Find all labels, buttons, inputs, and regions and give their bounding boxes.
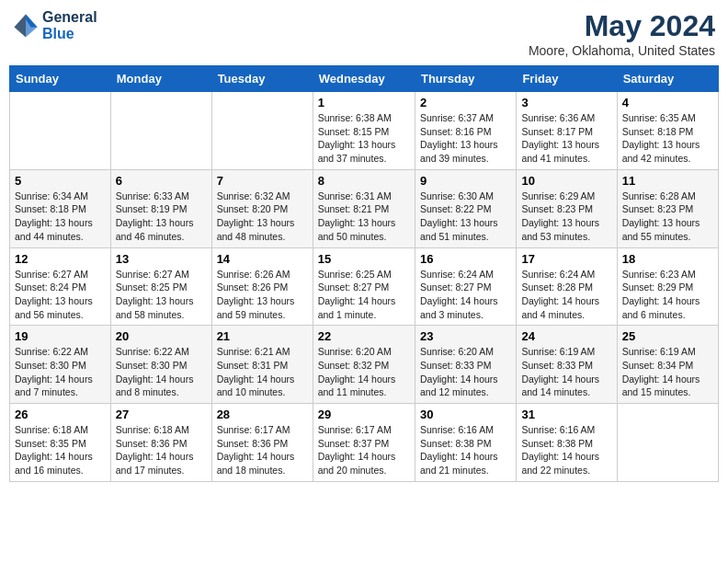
day-info: Sunrise: 6:27 AM Sunset: 8:24 PM Dayligh… xyxy=(15,268,106,322)
week-row-3: 12Sunrise: 6:27 AM Sunset: 8:24 PM Dayli… xyxy=(10,247,719,326)
day-info: Sunrise: 6:37 AM Sunset: 8:16 PM Dayligh… xyxy=(420,111,511,166)
day-info: Sunrise: 6:23 AM Sunset: 8:29 PM Dayligh… xyxy=(622,268,713,322)
day-cell: 5Sunrise: 6:34 AM Sunset: 8:18 PM Daylig… xyxy=(10,169,111,247)
day-number: 27 xyxy=(116,408,207,421)
day-cell: 26Sunrise: 6:18 AM Sunset: 8:35 PM Dayli… xyxy=(10,404,111,482)
weekday-header-wednesday: Wednesday xyxy=(313,66,415,92)
week-row-2: 5Sunrise: 6:34 AM Sunset: 8:18 PM Daylig… xyxy=(10,169,719,247)
logo-text-blue: Blue xyxy=(42,26,97,42)
day-number: 21 xyxy=(217,329,308,343)
day-number: 7 xyxy=(217,174,308,188)
day-info: Sunrise: 6:19 AM Sunset: 8:34 PM Dayligh… xyxy=(622,345,713,399)
day-number: 18 xyxy=(622,252,713,266)
week-row-5: 26Sunrise: 6:18 AM Sunset: 8:35 PM Dayli… xyxy=(10,404,719,482)
day-info: Sunrise: 6:34 AM Sunset: 8:18 PM Dayligh… xyxy=(15,190,106,244)
day-info: Sunrise: 6:31 AM Sunset: 8:21 PM Dayligh… xyxy=(318,190,410,244)
day-number: 30 xyxy=(420,408,511,421)
day-cell: 3Sunrise: 6:36 AM Sunset: 8:17 PM Daylig… xyxy=(517,92,617,170)
weekday-header-tuesday: Tuesday xyxy=(211,66,313,92)
day-info: Sunrise: 6:38 AM Sunset: 8:15 PM Dayligh… xyxy=(318,111,410,166)
day-cell: 16Sunrise: 6:24 AM Sunset: 8:27 PM Dayli… xyxy=(415,247,516,326)
day-number: 14 xyxy=(217,252,308,266)
day-cell: 6Sunrise: 6:33 AM Sunset: 8:19 PM Daylig… xyxy=(110,169,211,247)
day-info: Sunrise: 6:36 AM Sunset: 8:17 PM Dayligh… xyxy=(521,111,611,166)
day-number: 24 xyxy=(521,329,611,343)
calendar-table: SundayMondayTuesdayWednesdayThursdayFrid… xyxy=(9,65,719,482)
weekday-header-sunday: Sunday xyxy=(10,66,111,92)
day-info: Sunrise: 6:29 AM Sunset: 8:23 PM Dayligh… xyxy=(521,190,611,244)
weekday-header-thursday: Thursday xyxy=(415,66,516,92)
day-number: 4 xyxy=(622,96,713,109)
day-number: 28 xyxy=(217,408,308,421)
day-cell: 7Sunrise: 6:32 AM Sunset: 8:20 PM Daylig… xyxy=(211,169,313,247)
day-cell: 22Sunrise: 6:20 AM Sunset: 8:32 PM Dayli… xyxy=(313,326,415,404)
day-cell: 2Sunrise: 6:37 AM Sunset: 8:16 PM Daylig… xyxy=(415,92,516,170)
day-cell: 27Sunrise: 6:18 AM Sunset: 8:36 PM Dayli… xyxy=(110,404,211,482)
day-info: Sunrise: 6:17 AM Sunset: 8:37 PM Dayligh… xyxy=(318,423,410,477)
day-cell: 19Sunrise: 6:22 AM Sunset: 8:30 PM Dayli… xyxy=(10,326,111,404)
day-number: 23 xyxy=(420,329,511,343)
day-number: 13 xyxy=(116,252,207,266)
svg-marker-2 xyxy=(14,14,26,37)
day-cell: 15Sunrise: 6:25 AM Sunset: 8:27 PM Dayli… xyxy=(313,247,415,326)
day-info: Sunrise: 6:20 AM Sunset: 8:32 PM Dayligh… xyxy=(318,345,410,399)
day-info: Sunrise: 6:35 AM Sunset: 8:18 PM Dayligh… xyxy=(622,111,713,166)
day-info: Sunrise: 6:26 AM Sunset: 8:26 PM Dayligh… xyxy=(217,268,308,322)
day-info: Sunrise: 6:18 AM Sunset: 8:36 PM Dayligh… xyxy=(116,423,207,477)
day-cell xyxy=(617,404,718,482)
day-number: 29 xyxy=(318,408,410,421)
day-cell: 30Sunrise: 6:16 AM Sunset: 8:38 PM Dayli… xyxy=(415,404,516,482)
day-info: Sunrise: 6:21 AM Sunset: 8:31 PM Dayligh… xyxy=(217,345,308,399)
day-number: 9 xyxy=(420,174,511,188)
logo-text-general: General xyxy=(42,9,97,26)
day-number: 1 xyxy=(318,96,410,109)
month-title: May 2024 xyxy=(529,9,715,43)
day-cell: 17Sunrise: 6:24 AM Sunset: 8:28 PM Dayli… xyxy=(517,247,617,326)
day-cell: 23Sunrise: 6:20 AM Sunset: 8:33 PM Dayli… xyxy=(415,326,516,404)
day-cell: 28Sunrise: 6:17 AM Sunset: 8:36 PM Dayli… xyxy=(211,404,313,482)
day-cell: 29Sunrise: 6:17 AM Sunset: 8:37 PM Dayli… xyxy=(313,404,415,482)
day-info: Sunrise: 6:27 AM Sunset: 8:25 PM Dayligh… xyxy=(116,268,207,322)
day-cell: 24Sunrise: 6:19 AM Sunset: 8:33 PM Dayli… xyxy=(517,326,617,404)
day-number: 10 xyxy=(521,174,611,188)
day-cell xyxy=(10,92,111,170)
day-number: 12 xyxy=(15,252,106,266)
weekday-header-row: SundayMondayTuesdayWednesdayThursdayFrid… xyxy=(10,66,719,92)
day-info: Sunrise: 6:17 AM Sunset: 8:36 PM Dayligh… xyxy=(217,423,308,477)
day-info: Sunrise: 6:24 AM Sunset: 8:27 PM Dayligh… xyxy=(420,268,511,322)
day-number: 31 xyxy=(521,408,611,421)
day-cell xyxy=(110,92,211,170)
page-header: General Blue May 2024 Moore, Oklahoma, U… xyxy=(9,9,719,58)
day-info: Sunrise: 6:33 AM Sunset: 8:19 PM Dayligh… xyxy=(116,190,207,244)
day-cell: 14Sunrise: 6:26 AM Sunset: 8:26 PM Dayli… xyxy=(211,247,313,326)
day-number: 6 xyxy=(116,174,207,188)
day-number: 5 xyxy=(15,174,106,188)
logo-icon xyxy=(13,13,39,39)
day-number: 25 xyxy=(622,329,713,343)
day-cell: 31Sunrise: 6:16 AM Sunset: 8:38 PM Dayli… xyxy=(517,404,617,482)
day-number: 3 xyxy=(521,96,611,109)
day-info: Sunrise: 6:24 AM Sunset: 8:28 PM Dayligh… xyxy=(521,268,611,322)
day-info: Sunrise: 6:25 AM Sunset: 8:27 PM Dayligh… xyxy=(318,268,410,322)
day-cell: 13Sunrise: 6:27 AM Sunset: 8:25 PM Dayli… xyxy=(110,247,211,326)
day-cell: 8Sunrise: 6:31 AM Sunset: 8:21 PM Daylig… xyxy=(313,169,415,247)
day-number: 20 xyxy=(116,329,207,343)
day-cell: 9Sunrise: 6:30 AM Sunset: 8:22 PM Daylig… xyxy=(415,169,516,247)
day-info: Sunrise: 6:30 AM Sunset: 8:22 PM Dayligh… xyxy=(420,190,511,244)
week-row-1: 1Sunrise: 6:38 AM Sunset: 8:15 PM Daylig… xyxy=(10,92,719,170)
day-info: Sunrise: 6:28 AM Sunset: 8:23 PM Dayligh… xyxy=(622,190,713,244)
day-info: Sunrise: 6:22 AM Sunset: 8:30 PM Dayligh… xyxy=(15,345,106,399)
day-info: Sunrise: 6:16 AM Sunset: 8:38 PM Dayligh… xyxy=(521,423,611,477)
day-cell: 4Sunrise: 6:35 AM Sunset: 8:18 PM Daylig… xyxy=(617,92,718,170)
day-cell: 10Sunrise: 6:29 AM Sunset: 8:23 PM Dayli… xyxy=(517,169,617,247)
day-number: 17 xyxy=(521,252,611,266)
day-info: Sunrise: 6:18 AM Sunset: 8:35 PM Dayligh… xyxy=(15,423,106,477)
logo: General Blue xyxy=(13,9,97,41)
day-cell: 21Sunrise: 6:21 AM Sunset: 8:31 PM Dayli… xyxy=(211,326,313,404)
weekday-header-saturday: Saturday xyxy=(617,66,718,92)
day-number: 8 xyxy=(318,174,410,188)
day-cell xyxy=(211,92,313,170)
day-cell: 12Sunrise: 6:27 AM Sunset: 8:24 PM Dayli… xyxy=(10,247,111,326)
day-number: 19 xyxy=(15,329,106,343)
day-info: Sunrise: 6:32 AM Sunset: 8:20 PM Dayligh… xyxy=(217,190,308,244)
